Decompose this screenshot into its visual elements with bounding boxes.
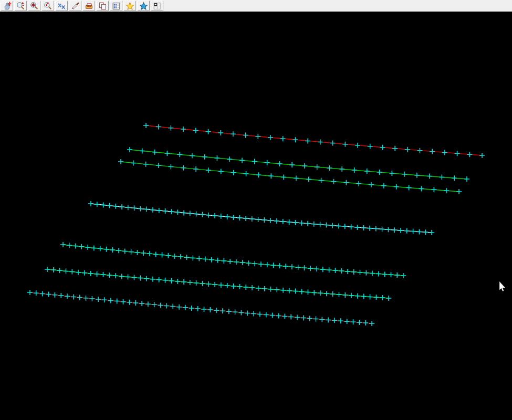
toolbar-button-deselect[interactable] — [55, 1, 68, 11]
magnifier-arrow-icon — [44, 2, 53, 10]
toolbar-button-favorite-yellow[interactable] — [123, 1, 136, 11]
magnifier-plus-minus-icon — [16, 2, 25, 10]
yellow-star-icon — [126, 2, 134, 10]
crossed-x-marks-icon — [57, 2, 66, 10]
viewport-canvas[interactable] — [0, 12, 512, 420]
toolbar-button-table[interactable] — [110, 1, 122, 11]
toolbar — [0, 0, 512, 12]
toolbar-button-favorite-blue[interactable] — [137, 1, 150, 11]
blue-star-icon — [139, 2, 148, 10]
toolbar-button-print[interactable] — [82, 1, 95, 11]
toolbar-button-zoom[interactable] — [14, 1, 27, 11]
window-layout-icon — [153, 2, 162, 10]
grid-dialog-icon — [112, 2, 121, 10]
magnifier-asterisk-icon — [30, 2, 39, 10]
printer-icon — [85, 2, 93, 10]
copy-pages-icon — [98, 2, 107, 10]
toolbar-button-layout[interactable] — [151, 1, 163, 11]
toolbar-button-pan[interactable] — [1, 1, 13, 11]
toolbar-button-pick[interactable] — [69, 1, 81, 11]
toolbar-button-copy[interactable] — [96, 1, 109, 11]
toolbar-button-zoom-all[interactable] — [28, 1, 40, 11]
hand-pan-icon — [3, 2, 12, 10]
knife-tool-icon — [71, 2, 80, 10]
toolbar-button-zoom-back[interactable] — [41, 1, 54, 11]
